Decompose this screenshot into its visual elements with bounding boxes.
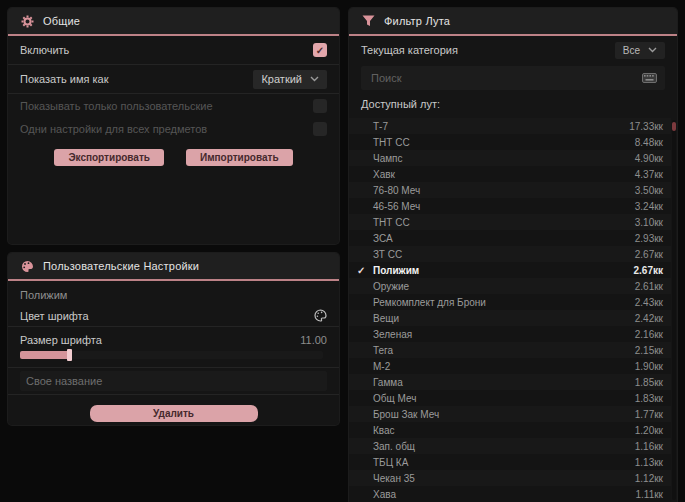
loot-item-name: Гамма [373, 377, 403, 388]
custom-name-row [8, 368, 339, 395]
loot-row[interactable]: ✓ ЗТ СС 2.67кк [349, 246, 671, 262]
same-for-all-row: Одни настройки для всех предметов ✓ [8, 117, 339, 140]
enable-checkbox[interactable]: ✓ [313, 43, 327, 57]
loot-row[interactable]: ✓ Чекан 35 1.12кк [349, 470, 671, 486]
loot-item-value: 1.11кк [636, 489, 663, 500]
loot-item-value: 3.10кк [635, 217, 663, 228]
loot-row[interactable]: ✓ Чампс 4.90кк [349, 150, 671, 166]
loot-item-name: Т-7 [373, 121, 388, 132]
font-size-label: Размер шрифта [20, 334, 102, 346]
loot-item-value: 8.48кк [635, 137, 663, 148]
loot-item-value: 17.33кк [629, 121, 663, 132]
category-combo-value: Все [623, 45, 640, 56]
loot-item-value: 2.67кк [635, 249, 663, 260]
loot-item-value: 2.61кк [635, 281, 663, 292]
custom-settings-title: Пользовательские Настройки [43, 260, 199, 272]
loot-row[interactable]: ✓ Квас 1.20кк [349, 422, 671, 438]
general-panel-header: Общие [8, 8, 339, 36]
keyboard-icon[interactable] [642, 73, 657, 83]
loot-item-name: ТНТ СС [373, 217, 410, 228]
search-box [361, 66, 665, 90]
loot-row[interactable]: ✓ 46-56 Меч 3.24кк [349, 198, 671, 214]
only-custom-row: Показывать только пользовательские ✓ [8, 94, 339, 117]
loot-row[interactable]: ✓ Брош Зак Меч 1.77кк [349, 406, 671, 422]
loot-item-name: Тега [373, 345, 393, 356]
font-color-label: Цвет шрифта [20, 310, 89, 322]
loot-row[interactable]: ✓ 76-80 Меч 3.50кк [349, 182, 671, 198]
palette-icon [20, 259, 34, 273]
only-custom-label: Показывать только пользовательские [20, 100, 213, 112]
loot-item-value: 1.83кк [635, 393, 663, 404]
general-panel: Общие Включить ✓ Показать имя как Кратки… [8, 8, 339, 244]
loot-row[interactable]: ✓ Полижим 2.67кк [349, 262, 671, 278]
slider-handle[interactable] [67, 349, 72, 361]
loot-item-name: Оружие [373, 281, 409, 292]
same-for-all-label: Одни настройки для всех предметов [20, 123, 207, 135]
color-picker-icon[interactable] [314, 309, 327, 322]
custom-name-input[interactable] [20, 371, 327, 391]
loot-item-value: 1.85кк [635, 377, 663, 388]
category-label: Текущая категория [361, 44, 458, 56]
loot-item-name: ЗСА [373, 233, 393, 244]
loot-row[interactable]: ✓ Тега 2.15кк [349, 342, 671, 358]
loot-item-name: Общ Меч [373, 393, 416, 404]
same-for-all-checkbox[interactable]: ✓ [313, 122, 327, 136]
loot-item-value: 2.15кк [635, 345, 663, 356]
loot-item-name: Вещи [373, 313, 399, 324]
loot-row[interactable]: ✓ ТБЦ КА 1.13кк [349, 454, 671, 470]
loot-item-value: 2.43кк [635, 297, 663, 308]
enable-label: Включить [20, 44, 69, 56]
check-icon: ✓ [357, 265, 365, 276]
loot-item-name: М-2 [373, 361, 390, 372]
loot-item-name: ТНТ СС [373, 137, 410, 148]
loot-item-value: 3.50кк [635, 185, 663, 196]
delete-button[interactable]: Удалить [90, 405, 258, 422]
loot-row[interactable]: ✓ Вещи 2.42кк [349, 310, 671, 326]
scrollbar-thumb[interactable] [672, 122, 676, 131]
loot-row[interactable]: ✓ Ремкомплект для Брони 2.43кк [349, 294, 671, 310]
font-size-slider[interactable] [20, 351, 323, 359]
loot-item-value: 1.90кк [635, 361, 663, 372]
chevron-down-icon [648, 47, 657, 53]
loot-list-scrollbar[interactable] [672, 120, 676, 500]
delete-row: Удалить [8, 405, 339, 422]
export-import-row: Экспортировать Импортировать [8, 149, 339, 166]
search-input[interactable] [369, 71, 636, 85]
loot-item-value: 1.12кк [635, 473, 663, 484]
loot-row[interactable]: ✓ Оружие 2.61кк [349, 278, 671, 294]
loot-item-name: 76-80 Меч [373, 185, 420, 196]
slider-fill [20, 351, 70, 359]
loot-row[interactable]: ✓ Хавк 4.37кк [349, 166, 671, 182]
loot-row[interactable]: ✓ ТНТ СС 3.10кк [349, 214, 671, 230]
loot-item-name: Хавк [373, 169, 395, 180]
loot-row[interactable]: ✓ Т-7 17.33кк [349, 118, 671, 134]
only-custom-checkbox[interactable]: ✓ [313, 99, 327, 113]
font-color-row: Цвет шрифта [8, 305, 339, 327]
loot-row[interactable]: ✓ Гамма 1.85кк [349, 374, 671, 390]
category-combo[interactable]: Все [615, 42, 665, 59]
loot-row[interactable]: ✓ Хава 1.11кк [349, 486, 671, 502]
loot-row[interactable]: ✓ Общ Меч 1.83кк [349, 390, 671, 406]
custom-settings-header: Пользовательские Настройки [8, 253, 339, 281]
loot-item-value: 2.42кк [635, 313, 663, 324]
available-loot-label: Доступный лут: [361, 98, 440, 110]
loot-item-value: 1.20кк [635, 425, 663, 436]
loot-item-name: Брош Зак Меч [373, 409, 439, 420]
gear-icon [20, 14, 34, 28]
loot-row[interactable]: ✓ Зеленая 2.16кк [349, 326, 671, 342]
loot-item-name: Чампс [373, 153, 403, 164]
loot-filter-panel: Фильтр Лута Текущая категория Все [349, 8, 677, 502]
show-name-combo[interactable]: Краткий [253, 70, 327, 89]
loot-item-name: Чекан 35 [373, 473, 415, 484]
loot-row[interactable]: ✓ ТНТ СС 8.48кк [349, 134, 671, 150]
show-name-label: Показать имя как [20, 73, 109, 85]
loot-item-value: 3.24кк [635, 201, 663, 212]
loot-filter-header: Фильтр Лута [349, 8, 677, 36]
loot-item-value: 2.67кк [634, 265, 663, 276]
import-button[interactable]: Импортировать [186, 149, 293, 166]
export-button[interactable]: Экспортировать [54, 149, 164, 166]
loot-row[interactable]: ✓ ЗСА 2.93кк [349, 230, 671, 246]
loot-row[interactable]: ✓ М-2 1.90кк [349, 358, 671, 374]
loot-row[interactable]: ✓ Зап. общ 1.16кк [349, 438, 671, 454]
loot-item-value: 4.37кк [635, 169, 663, 180]
